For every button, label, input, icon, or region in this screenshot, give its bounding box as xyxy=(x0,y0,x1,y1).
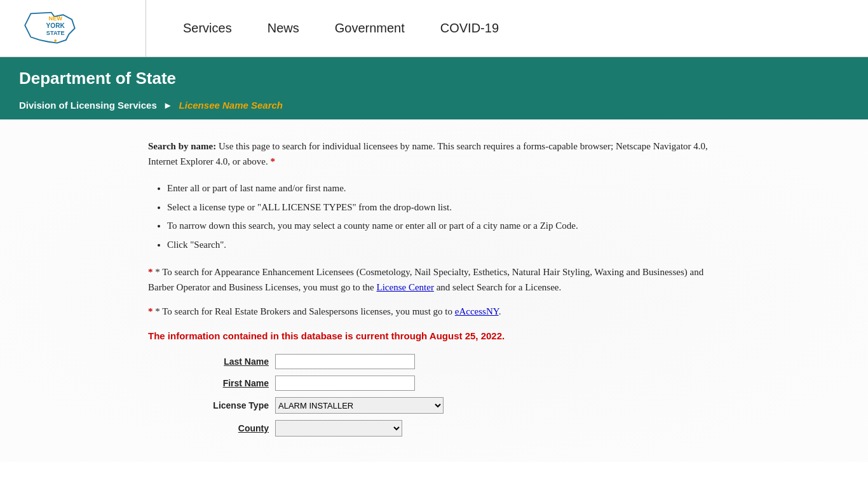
note2-prefix-text: * To search for Real Estate Brokers and … xyxy=(155,306,455,316)
nav-item-services[interactable]: Services xyxy=(165,21,250,36)
intro-body-text: Use this page to search for individual l… xyxy=(148,141,708,166)
main-nav: Services News Government COVID-19 xyxy=(146,21,517,36)
note-appearance: * * To search for Appearance Enhancement… xyxy=(148,264,720,295)
instruction-item-1: Enter all or part of last name and/or fi… xyxy=(167,180,720,197)
county-row: County ALBANY BRONX BROOKLYN BUFFALO MAN… xyxy=(186,420,720,437)
eaccessny-link[interactable]: eAccessNY xyxy=(455,306,499,316)
instruction-item-2: Select a license type or "ALL LICENSE TY… xyxy=(167,200,720,216)
last-name-label: Last Name xyxy=(186,356,269,367)
main-content: Search by name: Use this page to search … xyxy=(0,119,868,462)
license-center-link[interactable]: License Center xyxy=(377,282,434,292)
page-title: Department of State xyxy=(19,69,849,88)
search-form: Last Name First Name License Type ALL LI… xyxy=(186,354,720,437)
nav-item-news[interactable]: News xyxy=(250,21,317,36)
intro-paragraph: Search by name: Use this page to search … xyxy=(148,139,720,169)
county-label: County xyxy=(186,423,269,433)
county-select[interactable]: ALBANY BRONX BROOKLYN BUFFALO MANHATTAN … xyxy=(275,420,402,437)
breadcrumb-current-page: Licensee Name Search xyxy=(179,100,283,111)
breadcrumb-division-link[interactable]: Division of Licensing Services xyxy=(19,100,157,111)
note2-suffix-text: . xyxy=(499,306,501,316)
first-name-label: First Name xyxy=(186,378,269,388)
nav-item-government[interactable]: Government xyxy=(317,21,423,36)
svg-text:YORK: YORK xyxy=(46,22,65,29)
svg-point-3 xyxy=(54,39,57,42)
intro-bold-label: Search by name: xyxy=(148,141,216,151)
breadcrumb-arrow-icon: ► xyxy=(163,100,173,111)
svg-text:STATE: STATE xyxy=(46,30,65,36)
ny-state-logo: NEW YORK STATE xyxy=(19,8,95,49)
nav-item-covid19[interactable]: COVID-19 xyxy=(423,21,517,36)
logo-area: NEW YORK STATE xyxy=(19,0,146,57)
license-type-label: License Type xyxy=(186,400,269,410)
license-type-row: License Type ALL LICENSE TYPES ALARM INS… xyxy=(186,397,720,414)
last-name-input[interactable] xyxy=(275,354,415,369)
last-name-row: Last Name xyxy=(186,354,720,369)
note-real-estate: * * To search for Real Estate Brokers an… xyxy=(148,304,720,319)
content-inner: Search by name: Use this page to search … xyxy=(148,139,720,437)
breadcrumb: Division of Licensing Services ► License… xyxy=(19,100,849,119)
asterisk-marker: * xyxy=(270,156,275,166)
instruction-item-4: Click "Search". xyxy=(167,237,720,254)
first-name-row: First Name xyxy=(186,376,720,391)
license-type-select[interactable]: ALL LICENSE TYPES ALARM INSTALLER APPEAR… xyxy=(275,397,444,414)
instruction-item-3: To narrow down this search, you may sele… xyxy=(167,218,720,234)
note1-suffix-text: and select Search for a Licensee. xyxy=(434,282,561,292)
site-header: NEW YORK STATE Services News Government … xyxy=(0,0,868,57)
first-name-input[interactable] xyxy=(275,376,415,391)
instruction-list: Enter all or part of last name and/or fi… xyxy=(167,180,720,253)
svg-text:NEW: NEW xyxy=(48,16,62,22)
page-banner: Department of State Division of Licensin… xyxy=(0,57,868,119)
database-notice: The information contained in this databa… xyxy=(148,330,720,341)
